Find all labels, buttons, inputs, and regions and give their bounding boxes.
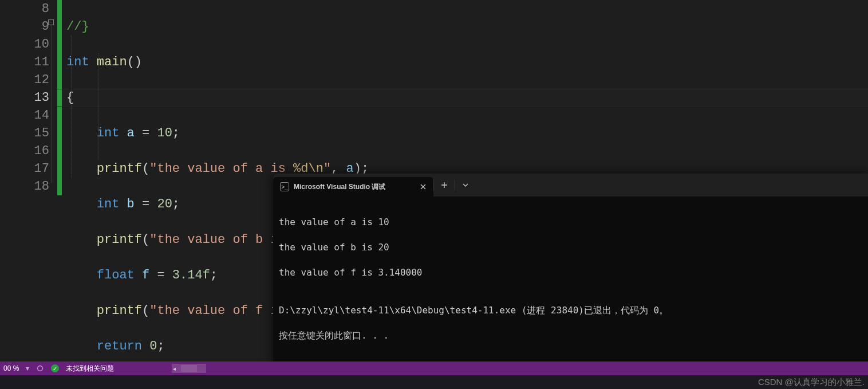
terminal-line: the value of a is 10	[279, 216, 862, 229]
function-token: printf	[97, 233, 142, 247]
indent-guide	[71, 36, 72, 178]
tab-dropdown-button[interactable]	[455, 174, 476, 197]
var-token: a	[119, 126, 142, 140]
punct-token: ;	[210, 268, 218, 282]
keyword-token: int	[66, 55, 89, 69]
number-token: 3.14f	[172, 268, 210, 282]
code-line[interactable]: int a = 10;	[66, 124, 868, 142]
terminal-line: D:\zzyl\zyl\test4-11\x64\Debug\test4-11.…	[279, 304, 862, 317]
number-token: 20	[157, 197, 172, 211]
terminal-output[interactable]: the value of a is 10 the value of b is 2…	[273, 197, 868, 366]
fold-line	[51, 25, 52, 183]
punct-token: (	[142, 233, 149, 247]
line-number: 14	[0, 107, 57, 124]
comment-token: //}	[66, 19, 89, 34]
op-token: =	[157, 268, 172, 282]
string-token: "the value of a is	[149, 162, 293, 176]
line-number: 17	[0, 160, 57, 178]
op-token: =	[142, 126, 157, 140]
terminal-tab[interactable]: >_ Microsoft Visual Studio 调试	[273, 177, 433, 197]
line-number: 11	[0, 53, 57, 71]
scrollbar-thumb[interactable]	[181, 365, 197, 372]
change-indicator	[57, 0, 62, 195]
var-token: b	[119, 197, 142, 211]
horizontal-scrollbar[interactable]	[172, 364, 206, 373]
terminal-tab-title: Microsoft Visual Studio 调试	[294, 182, 414, 192]
number-token: 0	[142, 339, 157, 353]
check-icon: ✓	[51, 364, 59, 372]
type-token: int	[97, 197, 120, 211]
punct-token: ;	[172, 126, 180, 140]
terminal-line: the value of b is 20	[279, 241, 862, 254]
number-token: 10	[157, 126, 172, 140]
line-number: 12	[0, 71, 57, 89]
punct-token: (	[142, 162, 149, 176]
bug-icon[interactable]	[36, 364, 44, 372]
op-token: =	[142, 197, 157, 211]
punct-token: ;	[172, 197, 180, 211]
keyword-token: return	[97, 339, 142, 353]
punct-token: ;	[157, 339, 164, 353]
indent-guide	[98, 53, 99, 160]
brace-token: {	[66, 91, 74, 105]
punct-token: (	[142, 304, 149, 318]
code-line[interactable]: {	[66, 89, 868, 107]
line-number: 16	[0, 142, 57, 160]
issues-label[interactable]: 未找到相关问题	[66, 364, 114, 374]
line-number: 13	[0, 89, 57, 107]
code-line[interactable]: //}	[66, 18, 868, 36]
line-number: 18	[0, 178, 57, 195]
line-number-gutter: 8 9 10 11 12 13 14 15 16 17 18	[0, 0, 57, 367]
new-tab-button[interactable]	[434, 174, 455, 197]
string-token: "the value of f is	[149, 304, 293, 318]
line-number: 8	[0, 0, 57, 18]
terminal-line: the value of f is 3.140000	[279, 266, 862, 279]
line-number: 15	[0, 124, 57, 142]
string-token: "the value of b is	[149, 233, 293, 247]
terminal-icon: >_	[280, 182, 289, 191]
var-token: f	[135, 268, 157, 282]
function-token: main	[89, 55, 127, 69]
divider: ▾	[26, 364, 29, 372]
bottom-bar	[0, 375, 868, 389]
type-token: float	[97, 268, 135, 282]
status-bar[interactable]: 00 % ▾ ✓ 未找到相关问题	[0, 362, 868, 375]
function-token: printf	[97, 304, 142, 318]
fold-icon[interactable]: -	[48, 19, 54, 25]
close-icon[interactable]	[419, 182, 428, 191]
line-number: 10	[0, 36, 57, 53]
terminal-line: 按任意键关闭此窗口. . .	[279, 329, 862, 342]
terminal-window[interactable]: >_ Microsoft Visual Studio 调试 the value …	[273, 174, 868, 366]
code-line[interactable]: int main()	[66, 53, 868, 71]
function-token: printf	[97, 162, 142, 176]
zoom-level[interactable]: 00 %	[3, 364, 19, 372]
type-token: int	[97, 126, 120, 140]
punct-token: ()	[127, 55, 142, 69]
terminal-titlebar[interactable]: >_ Microsoft Visual Studio 调试	[273, 174, 868, 197]
